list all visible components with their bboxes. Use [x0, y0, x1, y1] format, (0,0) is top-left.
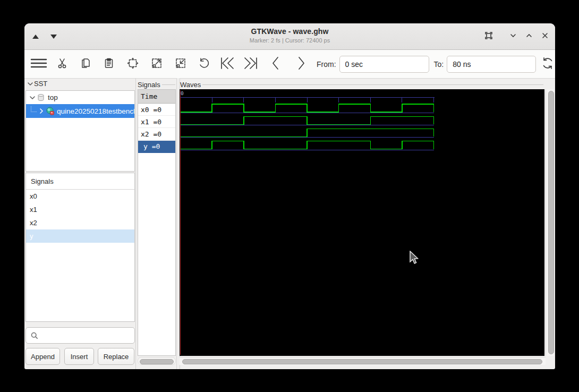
zoom-out-button[interactable]	[174, 56, 188, 72]
to-time-input[interactable]	[447, 56, 536, 73]
copy-icon	[80, 57, 91, 71]
wave-name-row[interactable]: x1 =0	[138, 116, 175, 128]
facilities-header: Signals	[26, 173, 134, 190]
zoom-fit-icon	[126, 57, 139, 72]
copy-button[interactable]	[79, 56, 92, 72]
from-time-input[interactable]	[339, 56, 429, 73]
wave-name-row[interactable]: y =0	[138, 141, 175, 153]
scrollbar-thumb[interactable]	[140, 359, 174, 364]
restore-icon	[484, 31, 493, 42]
expander-chevron-right-icon	[38, 107, 45, 115]
sst-tree-panel: top quine20250218testbench	[25, 90, 135, 172]
wave-name-row[interactable]: x2 =0	[138, 128, 175, 140]
wave-name-rows: x0 =0x1 =0x2 =0y =0	[138, 104, 175, 153]
facility-item-x1[interactable]: x1	[26, 203, 134, 216]
desktop: GTKWave - wave.ghw Marker: 2 fs | Cursor…	[0, 0, 579, 392]
wave-trace-x0	[181, 104, 434, 112]
scissors-cut-icon	[56, 57, 68, 71]
frame-border-line	[202, 84, 543, 85]
to-label: To:	[434, 60, 444, 69]
tree-connector-line	[31, 106, 37, 112]
marker-cursor-status: Marker: 2 fs | Cursor: 72400 ps	[24, 37, 555, 44]
close-button[interactable]	[538, 29, 552, 44]
append-button[interactable]: Append	[25, 348, 60, 365]
cut-button[interactable]	[55, 56, 69, 72]
wave-trace-y	[181, 141, 434, 149]
insert-button[interactable]: Insert	[64, 348, 94, 365]
gtkwave-window: GTKWave - wave.ghw Marker: 2 fs | Cursor…	[24, 23, 555, 369]
wave-signals-frame-header: Signals	[138, 81, 175, 89]
restore-button[interactable]	[481, 29, 496, 44]
tree-item-top[interactable]: top	[26, 91, 134, 104]
chevron-down-icon	[509, 32, 517, 41]
skip-to-start-icon	[219, 56, 235, 72]
go-to-start-button[interactable]	[219, 56, 235, 72]
waves-h-scrollbar[interactable]	[180, 357, 546, 365]
skip-to-end-icon	[243, 56, 259, 72]
frame-border-line	[162, 84, 175, 85]
replace-button[interactable]: Replace	[98, 348, 134, 365]
search-icon	[30, 331, 39, 340]
close-icon	[541, 32, 549, 41]
vhdl-entity-icon	[45, 107, 55, 115]
left-pane-divider[interactable]	[135, 78, 136, 369]
time-column-header[interactable]: Time	[138, 90, 175, 104]
wave-signals-label: Signals	[138, 81, 160, 89]
sst-label: SST	[34, 80, 47, 88]
tree-item-label: quine20250218testbench	[57, 107, 134, 115]
signal-search-box[interactable]	[25, 327, 135, 344]
waves-v-scrollbar[interactable]	[546, 89, 554, 356]
search-input[interactable]	[39, 327, 134, 344]
chevron-right-icon	[296, 56, 306, 73]
wave-trace-x2	[181, 129, 434, 137]
origin-time-label: 0	[181, 90, 184, 96]
window-title: GTKWave - wave.ghw	[24, 27, 555, 36]
waves-frame-header: Waves	[180, 81, 543, 89]
facility-item-x0[interactable]: x0	[26, 190, 134, 203]
facilities-list: x0x1x2y	[26, 190, 134, 243]
chevron-up-icon	[525, 32, 533, 41]
scrollbar-thumb[interactable]	[548, 91, 554, 354]
content-area: SST top quine20250218testbench	[24, 78, 555, 369]
waves-label: Waves	[180, 81, 201, 89]
chevron-left-icon	[270, 56, 281, 73]
undo-arrow-icon	[197, 57, 210, 72]
database-cylinder-icon	[36, 93, 46, 101]
zoom-in-icon	[150, 57, 163, 72]
wave-name-panel: Time x0 =0x1 =0x2 =0y =0	[138, 89, 176, 356]
scrollbar-thumb[interactable]	[182, 359, 542, 364]
zoom-in-button[interactable]	[150, 56, 164, 72]
zoom-out-icon	[174, 57, 187, 72]
tree-item-label: top	[48, 93, 58, 101]
reload-icon	[541, 56, 555, 72]
sst-header[interactable]: SST	[27, 80, 47, 88]
menu-button[interactable]	[30, 56, 48, 72]
zoom-fit-button[interactable]	[126, 56, 140, 72]
action-buttons-row: Append Insert Replace	[24, 348, 136, 365]
titlebar[interactable]: GTKWave - wave.ghw Marker: 2 fs | Cursor…	[24, 23, 555, 50]
mouse-cursor	[409, 251, 421, 267]
toolbar: From: To:	[24, 50, 555, 79]
wave-name-row[interactable]: x0 =0	[138, 104, 175, 116]
find-next-edge-button[interactable]	[294, 56, 308, 72]
from-label: From:	[317, 60, 336, 69]
undo-button[interactable]	[197, 56, 210, 72]
facility-item-x2[interactable]: x2	[26, 216, 134, 229]
clipboard-paste-icon	[103, 57, 115, 71]
hamburger-menu-icon	[30, 57, 47, 71]
expander-chevron-down-icon	[29, 94, 36, 101]
expander-chevron-down-icon	[27, 80, 34, 88]
go-to-end-button[interactable]	[243, 56, 259, 72]
reload-button[interactable]	[541, 56, 555, 72]
wave-canvas[interactable]: 0	[180, 89, 544, 356]
wave-names-h-scrollbar[interactable]	[138, 357, 176, 365]
tree-item-testbench[interactable]: quine20250218testbench	[26, 104, 134, 118]
wave-trace-x1	[181, 116, 434, 124]
maximize-button[interactable]	[522, 29, 537, 44]
facilities-panel: Signals x0x1x2y	[25, 173, 135, 322]
paste-button[interactable]	[102, 56, 116, 72]
facility-item-y[interactable]: y	[26, 229, 134, 243]
minimize-button[interactable]	[506, 29, 521, 44]
find-previous-edge-button[interactable]	[269, 56, 283, 72]
